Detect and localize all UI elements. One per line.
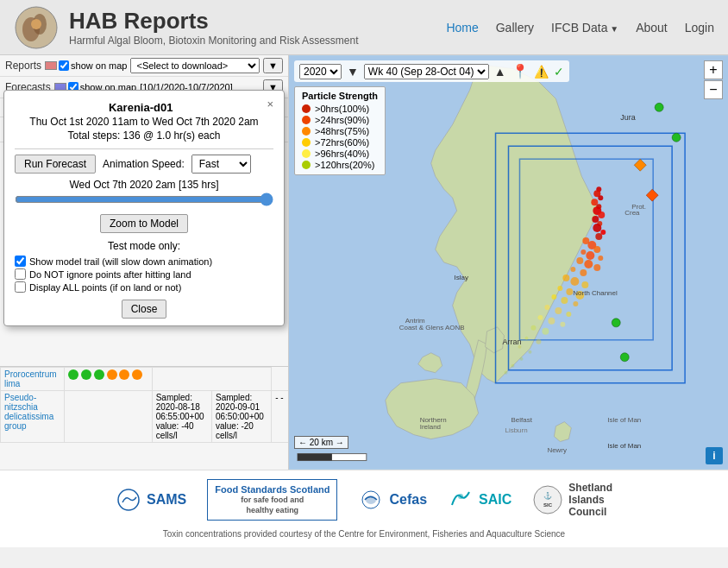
close-btn-row: Close: [15, 300, 273, 319]
animation-speed-select[interactable]: Slow Normal Fast: [191, 155, 251, 174]
modal-steps: Total steps: 136 @ 1.0 hr(s) each: [15, 129, 273, 142]
modal-close-button[interactable]: Close: [122, 300, 167, 319]
zoom-in-btn[interactable]: +: [704, 60, 723, 79]
svg-point-34: [557, 286, 562, 291]
svg-point-18: [600, 230, 606, 235]
nav-login[interactable]: Login: [685, 21, 714, 35]
legend-label-1: >24hrs(90%): [315, 115, 369, 125]
svg-point-23: [581, 249, 586, 255]
zoom-to-model-btn[interactable]: Zoom to Model: [100, 214, 188, 233]
species-link-prorocentrum[interactable]: Prorocentrumlima: [4, 369, 57, 388]
svg-point-37: [551, 294, 556, 300]
map-year-select[interactable]: 2020: [299, 64, 342, 79]
test-mode-title: Test mode only:: [15, 240, 273, 252]
nav-gallery[interactable]: Gallery: [496, 21, 534, 35]
legend-item-5: >120hrs(20%): [302, 160, 378, 170]
cefas-label: Cefas: [389, 492, 427, 508]
nav-about[interactable]: About: [636, 21, 668, 35]
dot-indicator: [94, 369, 104, 380]
map-pin-icon: 📍: [511, 63, 529, 79]
run-forecast-btn[interactable]: Run Forecast: [15, 155, 96, 174]
map-next-week-btn[interactable]: ▲: [494, 65, 506, 79]
fss-box: Food Standards Scotland for safe food an…: [207, 479, 337, 521]
svg-point-39: [573, 301, 578, 306]
nav-ifcb[interactable]: IFCB Data: [551, 21, 618, 35]
sample-dash: - -: [272, 391, 289, 443]
nav-home[interactable]: Home: [446, 21, 478, 35]
svg-point-14: [598, 211, 605, 218]
map-week-select[interactable]: Wk 40 (Sep 28-Oct 04): [364, 64, 489, 79]
land-checkbox[interactable]: [15, 268, 26, 280]
svg-point-80: [458, 494, 463, 499]
legend-item-3: >72hrs(60%): [302, 137, 378, 148]
header: HAB Reports Harmful Algal Bloom, Biotoxi…: [0, 0, 728, 55]
reports-expand-btn[interactable]: ▼: [263, 58, 283, 73]
map-info-btn[interactable]: i: [706, 447, 723, 464]
svg-point-38: [561, 297, 568, 304]
modal-close-btn[interactable]: ×: [267, 98, 273, 110]
animation-speed-label: Animation Speed:: [103, 158, 185, 170]
modal-controls-row: Run Forecast Animation Speed: Slow Norma…: [15, 155, 273, 174]
svg-point-57: [612, 319, 620, 327]
cefas-icon: [358, 487, 384, 513]
reports-label: Reports: [5, 60, 41, 72]
sample-date-2: Sampled:2020-09-0106:50:00+00value: -20c…: [216, 393, 264, 440]
cefas-logo-item: Cefas: [358, 487, 427, 513]
svg-rect-62: [298, 454, 332, 461]
legend-title: Particle Strength: [302, 91, 378, 101]
test-option-all-points: Display ALL points (if on land or not): [15, 281, 273, 293]
svg-text:Islay: Islay: [455, 274, 468, 281]
svg-point-81: [534, 486, 562, 514]
trail-checkbox[interactable]: [15, 256, 26, 267]
map-controls-top: 2020 ▼ Wk 40 (Sep 28-Oct 04) ▲ 📍 ⚠️ ✓: [294, 60, 569, 82]
footer-logos: SAMS Food Standards Scotland for safe fo…: [116, 479, 612, 521]
reports-show-checkbox[interactable]: [59, 60, 69, 71]
svg-point-53: [511, 364, 514, 368]
svg-point-78: [118, 489, 139, 510]
legend-color-2: [302, 127, 311, 136]
svg-text:Jura: Jura: [620, 113, 635, 122]
reports-show-label: show on map: [71, 60, 127, 71]
saic-label: SAIC: [479, 492, 511, 508]
saic-logo-item: SAIC: [448, 488, 511, 512]
map-legend: Particle Strength >0hrs(100%) >24hrs(90%…: [294, 86, 386, 175]
svg-point-22: [593, 246, 600, 253]
svg-point-31: [562, 275, 569, 281]
svg-point-30: [580, 269, 587, 276]
slider-label: Wed Oct 7th 2020 2am [135 hrs]: [15, 179, 273, 191]
all-points-checkbox[interactable]: [15, 281, 26, 293]
legend-item-1: >24hrs(90%): [302, 115, 378, 125]
reports-download-select[interactable]: <Select to download>: [130, 58, 260, 73]
species-link-pseudonitzschia[interactable]: Pseudo-nitzschiadelicatissimagroup: [4, 393, 53, 431]
svg-point-44: [548, 318, 555, 325]
map-prev-week-btn[interactable]: ▼: [347, 65, 359, 79]
svg-point-45: [560, 322, 565, 327]
fss-sublabel: for safe food andhealthy eating: [215, 495, 329, 515]
site-logo: [14, 5, 59, 50]
svg-text:Crea: Crea: [624, 209, 640, 217]
timeline-slider[interactable]: [15, 192, 273, 206]
svg-text:Coast & Glens AONB: Coast & Glens AONB: [399, 324, 465, 331]
sample-date-1: Sampled:2020-08-1806:55:00+00value: -40c…: [156, 393, 204, 440]
svg-text:North Channel: North Channel: [573, 289, 618, 297]
svg-point-52: [519, 357, 523, 361]
sic-label: Shetland Islands Council: [568, 482, 612, 518]
map-alert-icon: ⚠️: [534, 65, 549, 79]
svg-point-55: [655, 103, 663, 111]
svg-text:Lisburn: Lisburn: [505, 426, 528, 434]
legend-color-0: [302, 104, 311, 113]
test-option-land: Do NOT ignore points after hitting land: [15, 268, 273, 280]
legend-label-2: >48hrs(75%): [315, 126, 369, 136]
svg-point-33: [581, 281, 588, 288]
main-area: Reports show on map <Select to download>…: [0, 55, 728, 470]
dot-indicator: [107, 369, 117, 380]
sams-icon: [116, 487, 141, 513]
svg-text:Ireland: Ireland: [420, 423, 441, 431]
svg-point-56: [672, 133, 681, 142]
svg-text:Isle of Man: Isle of Man: [607, 416, 641, 424]
test-option1-label: Show model trail (will slow down animati…: [29, 256, 212, 267]
zoom-out-btn[interactable]: −: [704, 80, 723, 99]
svg-text:Arran: Arran: [503, 338, 522, 346]
species-table-scroll[interactable]: Prorocentrumlima: [0, 367, 289, 470]
site-title: HAB Reports: [69, 8, 358, 35]
